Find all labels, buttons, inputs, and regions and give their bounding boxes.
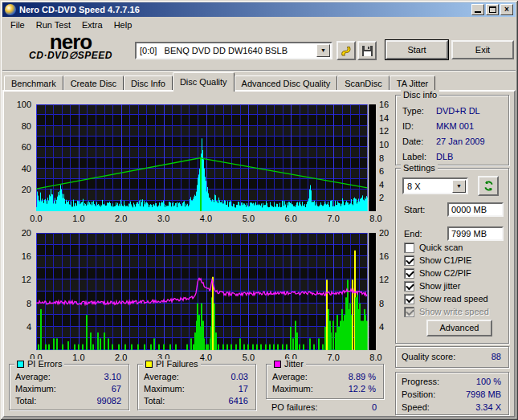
stat-value: 0.03 xyxy=(231,372,248,381)
menu-help[interactable]: Help xyxy=(108,18,138,31)
stat-label: Average: xyxy=(144,372,179,381)
stat-value: 67 xyxy=(112,384,121,393)
tab-disc-info[interactable]: Disc Info xyxy=(124,75,173,92)
axis-tick-label: 1.0 xyxy=(67,353,90,362)
quality-score-value: 88 xyxy=(491,352,501,361)
checkbox-icon[interactable] xyxy=(404,243,414,253)
drive-select-value: [0:0] BENQ DVD DD DW1640 BSLB xyxy=(137,46,316,55)
tab-scandisc[interactable]: ScanDisc xyxy=(337,75,389,92)
start-position-field[interactable]: 0000 MB xyxy=(447,202,504,217)
axis-tick-label: 1.0 xyxy=(67,214,90,223)
progress-label: Progress: xyxy=(402,377,439,386)
save-icon xyxy=(361,45,373,57)
checkbox-label: Show read speed xyxy=(419,294,488,304)
axis-tick-label: 2.0 xyxy=(110,214,133,223)
eject-disc-button[interactable] xyxy=(336,41,356,60)
progress-panel: Progress:100 % Position:7998 MB Speed:3.… xyxy=(395,372,509,415)
axis-tick-label: 60 xyxy=(9,142,31,152)
disc-info-title: Disc info xyxy=(401,90,439,100)
checkbox-show-c1-pie[interactable]: Show C1/PIE xyxy=(404,255,471,266)
po-failures-value: 0 xyxy=(372,402,377,412)
speed-label: Speed: xyxy=(402,402,430,412)
pi-errors-color-swatch xyxy=(17,361,24,368)
checkbox-show-c2-pif[interactable]: Show C2/PIF xyxy=(404,267,471,279)
toolbar: nero CD·DVD∅SPEED [0:0] BENQ DVD DD DW16… xyxy=(2,32,516,70)
axis-tick-label: 20 xyxy=(9,185,31,194)
axis-tick-label: 4.0 xyxy=(195,214,218,223)
axis-tick-label: 4 xyxy=(9,322,31,332)
po-failures-row: PO failures: 0 xyxy=(266,402,384,412)
checkbox-icon[interactable] xyxy=(404,255,414,266)
disc-id-label: ID: xyxy=(402,121,436,131)
refresh-button[interactable] xyxy=(478,176,499,196)
save-button[interactable] xyxy=(357,41,377,60)
exit-button[interactable]: Exit xyxy=(451,40,514,59)
checkbox-show-jitter[interactable]: Show jitter xyxy=(404,280,460,292)
stat-value: 6416 xyxy=(229,396,248,406)
checkbox-label: Show jitter xyxy=(419,281,460,291)
settings-title-text: Settings xyxy=(403,163,435,173)
stat-label: Maximum: xyxy=(272,384,313,393)
stat-label: Maximum: xyxy=(144,384,185,393)
axis-tick-label: 3.0 xyxy=(153,214,175,223)
position-label: Position: xyxy=(402,389,435,399)
close-button[interactable]: × xyxy=(500,4,513,15)
tab-create-disc[interactable]: Create Disc xyxy=(63,75,124,92)
axis-tick-label: 12 xyxy=(9,275,31,284)
maximize-button[interactable] xyxy=(486,4,499,15)
refresh-icon xyxy=(483,180,495,192)
axis-tick-label: 8.0 xyxy=(365,214,387,223)
stats-row: PI Errors Average:3.10 Maximum:67 Total:… xyxy=(9,364,393,415)
checkbox-icon[interactable] xyxy=(404,294,414,304)
speed-select[interactable]: 8 X ▼ xyxy=(402,177,468,194)
eject-disc-icon xyxy=(340,44,353,57)
disc-type-value: DVD+R DL xyxy=(436,106,480,116)
checkbox-icon[interactable] xyxy=(404,268,414,279)
advanced-button[interactable]: Advanced xyxy=(426,320,492,336)
checkbox-quick-scan[interactable]: Quick scan xyxy=(404,242,463,253)
tab-benchmark[interactable]: Benchmark xyxy=(4,75,63,92)
pi-failures-legend: PI Failures xyxy=(143,359,201,369)
stat-label: Total: xyxy=(15,396,36,406)
disc-quality-page: 100806040201614121086420.01.02.03.04.05.… xyxy=(2,90,516,418)
jitter-title: Jitter xyxy=(284,359,304,369)
jitter-legend: Jitter xyxy=(271,359,306,369)
end-position-field[interactable]: 7999 MB xyxy=(447,226,504,241)
chevron-down-icon[interactable]: ▼ xyxy=(452,180,466,193)
stat-value: 3.10 xyxy=(104,372,121,381)
pie-chart-canvas xyxy=(36,104,376,211)
axis-tick-label: 2.0 xyxy=(110,353,133,362)
stat-label: Total: xyxy=(144,396,165,406)
stat-value: 17 xyxy=(239,384,248,393)
checkbox-icon xyxy=(404,307,414,317)
menu-file[interactable]: File xyxy=(5,18,31,31)
disc-slash-icon: ∅ xyxy=(69,50,78,61)
axis-tick-label: 16 xyxy=(9,251,31,261)
cdspeed-logo-text: CD·DVD∅SPEED xyxy=(9,51,133,60)
progress-value: 100 % xyxy=(476,377,501,386)
axis-tick-label: 100 xyxy=(9,100,31,109)
checkbox-icon[interactable] xyxy=(404,281,414,292)
nero-logo-text: nero xyxy=(9,33,133,51)
axis-tick-label: 7.0 xyxy=(322,353,345,362)
jitter-color-swatch xyxy=(274,361,281,368)
checkbox-label: Show write speed xyxy=(419,307,489,316)
tab-disc-quality[interactable]: Disc Quality xyxy=(173,72,235,92)
quality-score-label: Quality score: xyxy=(402,352,455,361)
title-bar[interactable]: Nero CD-DVD Speed 4.7.7.16 × xyxy=(2,2,516,17)
checkbox-show-write-speed: Show write speed xyxy=(404,306,489,317)
minimize-button[interactable] xyxy=(471,4,484,15)
checkbox-show-read-speed[interactable]: Show read speed xyxy=(404,293,488,304)
drive-select[interactable]: [0:0] BENQ DVD DD DW1640 BSLB ▼ xyxy=(135,42,332,59)
po-failures-label: PO failures: xyxy=(271,402,317,412)
window-title: Nero CD-DVD Speed 4.7.7.16 xyxy=(19,5,470,14)
tab-advanced-disc-quality[interactable]: Advanced Disc Quality xyxy=(235,75,338,92)
disc-date-label: Date: xyxy=(402,137,436,146)
jitter-panel: Jitter Average:8.89 % Maximum:12.2 % xyxy=(266,364,384,399)
tab-ta-jitter[interactable]: TA Jitter xyxy=(390,75,436,92)
logo-cddvd: CD·DVD xyxy=(29,50,69,61)
app-icon xyxy=(5,4,16,15)
chevron-down-icon[interactable]: ▼ xyxy=(316,44,330,57)
start-button[interactable]: Start xyxy=(385,40,448,59)
settings-title: Settings xyxy=(401,163,438,173)
